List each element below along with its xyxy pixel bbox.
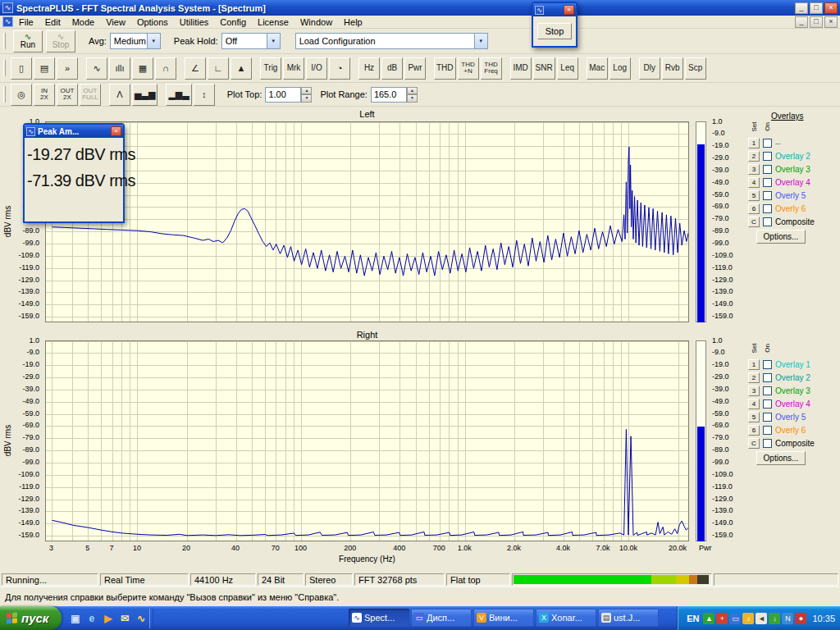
overlay-on-checkbox[interactable] xyxy=(763,439,772,448)
overlay-set-button[interactable]: 1 xyxy=(748,138,760,148)
overlay-set-button[interactable]: 3 xyxy=(748,386,760,396)
new-file-button[interactable]: ▯ xyxy=(11,57,32,80)
mdi-close-button[interactable]: × xyxy=(824,16,838,28)
logging-button[interactable]: Log xyxy=(609,57,631,80)
overlays-options-button[interactable]: Options... xyxy=(756,451,806,465)
averaging-select[interactable]: Medium ▼ xyxy=(110,33,161,49)
menu-item[interactable]: View xyxy=(100,16,131,28)
right-spectrum-plot[interactable] xyxy=(45,340,689,541)
timer-button[interactable]: ◔ xyxy=(329,57,350,80)
macro-button[interactable]: Mac xyxy=(587,57,608,80)
mdi-minimize-button[interactable]: _ xyxy=(795,16,808,28)
trigger-button[interactable]: Trig xyxy=(260,57,281,80)
close-button[interactable]: × xyxy=(824,2,838,14)
close-icon[interactable]: × xyxy=(564,5,574,15)
left-spectrum-plot[interactable] xyxy=(45,121,689,322)
overlay-on-checkbox[interactable] xyxy=(763,413,772,422)
update-icon[interactable]: ↓ xyxy=(769,613,780,624)
mail-icon[interactable]: ✉ xyxy=(117,611,131,625)
antivirus-icon[interactable]: + xyxy=(716,613,728,624)
spin-down-icon[interactable]: ▼ xyxy=(407,94,418,103)
winamp-icon[interactable]: ∿ xyxy=(134,611,148,625)
overlay-set-button[interactable]: 2 xyxy=(748,151,760,162)
spin-up-icon[interactable]: ▲ xyxy=(301,87,312,95)
menu-item[interactable]: Config xyxy=(214,16,252,28)
marker-button[interactable]: ▲ xyxy=(231,57,252,80)
menu-item[interactable]: Utilities xyxy=(174,16,214,28)
messenger-icon[interactable]: ● xyxy=(795,613,806,624)
overlay-on-checkbox[interactable] xyxy=(763,178,772,187)
show-desktop-icon[interactable]: ▣ xyxy=(68,611,82,625)
internet-explorer-icon[interactable]: e xyxy=(84,611,98,625)
menu-item[interactable]: Mode xyxy=(66,16,101,28)
power-units-button[interactable]: Pwr xyxy=(404,57,426,80)
peak-curve-button[interactable]: Λ xyxy=(109,84,130,106)
overlay-set-button[interactable]: C xyxy=(748,438,760,449)
vertical-scale-button[interactable]: ↕ xyxy=(194,84,215,106)
menu-item[interactable]: Help xyxy=(338,16,368,28)
hz-units-button[interactable]: Hz xyxy=(358,57,380,80)
close-icon[interactable]: × xyxy=(111,126,121,136)
zoom-out-full-button[interactable]: OUT FULL xyxy=(80,84,101,106)
bar-display-button[interactable]: ▅▃▆ xyxy=(132,84,158,106)
scope-button[interactable]: Scp xyxy=(685,57,706,80)
language-indicator[interactable]: EN xyxy=(684,614,701,623)
task-button[interactable]: ▤ ust.J... xyxy=(598,609,659,627)
overlay-set-button[interactable]: 2 xyxy=(748,372,760,383)
overlay-on-checkbox[interactable] xyxy=(763,217,772,226)
overlay-set-button[interactable]: 4 xyxy=(748,177,760,188)
overlay-set-button[interactable]: 6 xyxy=(748,425,760,436)
overlay-set-button[interactable]: 5 xyxy=(748,190,760,201)
imd-button[interactable]: IMD xyxy=(510,57,532,80)
overlay-on-checkbox[interactable] xyxy=(763,152,772,161)
overlay-on-checkbox[interactable] xyxy=(763,139,772,148)
spectrogram-view-button[interactable]: ▦ xyxy=(132,57,153,80)
run-button[interactable]: ∿ Run xyxy=(13,30,43,52)
menu-item[interactable]: File xyxy=(13,16,39,28)
menu-item[interactable]: Options xyxy=(131,16,174,28)
menu-item[interactable]: License xyxy=(252,16,294,28)
cpu-meter-icon[interactable]: ▲ xyxy=(703,613,714,624)
thd-n-button[interactable]: THD +N xyxy=(458,57,479,80)
peak-hold-select[interactable]: Off ▼ xyxy=(221,33,281,49)
reverb-button[interactable]: Rvb xyxy=(662,57,683,80)
scaling-button[interactable]: ∟ xyxy=(208,57,229,80)
restore-button[interactable]: □ xyxy=(810,2,823,14)
spectrum-display-button[interactable]: ▂▆▃ xyxy=(166,84,191,106)
leq-button[interactable]: Leq xyxy=(557,57,578,80)
start-button[interactable]: пуск xyxy=(0,606,62,630)
task-button[interactable]: ∿ Spect... xyxy=(349,609,409,627)
overlay-set-button[interactable]: C xyxy=(748,217,760,227)
zoom-in-2x-button[interactable]: IN 2X xyxy=(34,84,55,106)
menu-item[interactable]: Edit xyxy=(39,16,66,28)
task-button[interactable]: X Xonar... xyxy=(536,609,596,627)
io-button[interactable]: I/O xyxy=(306,57,327,80)
task-button[interactable]: ▭ Дисп... xyxy=(411,609,472,627)
phase-view-button[interactable]: ∠ xyxy=(185,57,206,80)
spin-up-icon[interactable]: ▲ xyxy=(407,87,418,95)
overlay-on-checkbox[interactable] xyxy=(763,204,772,213)
print-button[interactable]: ▤ xyxy=(34,57,55,80)
fast-forward-button[interactable]: » xyxy=(57,57,78,80)
overlay-set-button[interactable]: 6 xyxy=(748,203,760,214)
plot-top-spinner[interactable]: 1.00 ▲ ▼ xyxy=(265,87,312,103)
snr-button[interactable]: SNR xyxy=(533,57,555,80)
overlay-set-button[interactable]: 1 xyxy=(748,359,760,370)
load-configuration-select[interactable]: Load Configuration ▼ xyxy=(295,33,488,49)
plot-range-spinner[interactable]: 165.0 ▲ ▼ xyxy=(371,87,418,103)
overlay-on-checkbox[interactable] xyxy=(763,386,772,395)
overlay-set-button[interactable]: 3 xyxy=(748,164,760,175)
minimize-button[interactable]: _ xyxy=(795,2,808,14)
overlay-on-checkbox[interactable] xyxy=(763,191,772,200)
display-settings-icon[interactable]: ▭ xyxy=(729,613,741,624)
media-player-icon[interactable]: ▶ xyxy=(101,611,115,625)
stop-dialog-button[interactable]: Stop xyxy=(537,23,572,39)
zoom-out-2x-button[interactable]: OUT 2X xyxy=(57,84,78,106)
markers-button[interactable]: Mrk xyxy=(283,57,304,80)
overlay-set-button[interactable]: 4 xyxy=(748,399,760,409)
mdi-restore-button[interactable]: □ xyxy=(810,16,823,28)
audio-manager-icon[interactable]: ♪ xyxy=(742,613,754,624)
menu-item[interactable]: Window xyxy=(294,16,338,28)
volume-icon[interactable]: ◄ xyxy=(756,613,767,624)
overlays-options-button[interactable]: Options... xyxy=(756,230,806,244)
